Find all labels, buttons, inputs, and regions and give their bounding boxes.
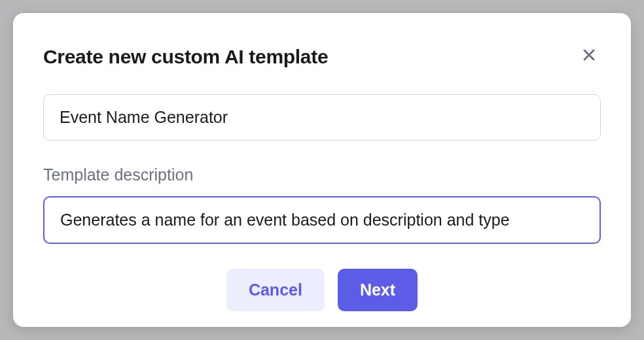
cancel-button[interactable]: Cancel: [226, 269, 325, 311]
close-button[interactable]: [577, 43, 601, 67]
template-name-input[interactable]: [43, 94, 601, 141]
modal-header: Create new custom AI template: [43, 46, 601, 68]
modal-actions: Cancel Next: [43, 269, 601, 311]
next-button[interactable]: Next: [338, 269, 418, 311]
close-icon: [580, 46, 598, 64]
template-description-input[interactable]: [43, 196, 601, 244]
template-description-label: Template description: [43, 165, 601, 184]
form-fields: Template description: [43, 94, 601, 244]
modal-title: Create new custom AI template: [43, 46, 328, 68]
create-template-modal: Create new custom AI template Template d…: [13, 13, 631, 327]
